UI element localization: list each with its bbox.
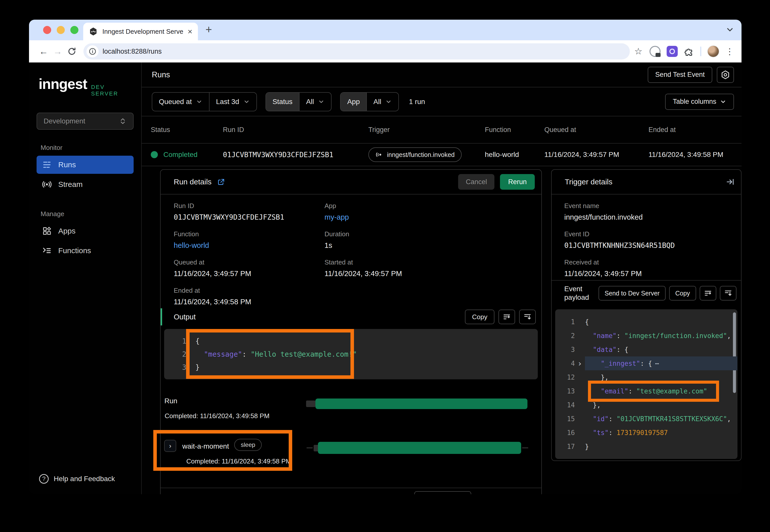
app-filter-dropdown[interactable]: All	[366, 93, 398, 111]
zoom-window-button[interactable]	[70, 26, 78, 34]
sidebar-item-functions[interactable]: Functions	[37, 242, 134, 260]
send-to-dev-server-button[interactable]: Send to Dev Server	[599, 286, 666, 301]
new-tab-button[interactable]: +	[206, 23, 212, 36]
code-line: 14 },	[555, 398, 738, 412]
forward-icon[interactable]: →	[51, 44, 65, 58]
code-line: 3 "data": {	[555, 343, 738, 356]
line-number: 3	[555, 346, 575, 353]
sidebar: inngest DEV SERVER Development Monitor R…	[29, 62, 142, 494]
expand-step-button[interactable]: ›	[164, 440, 176, 452]
site-info-icon[interactable]	[86, 45, 98, 57]
collapse-panel-icon[interactable]	[726, 178, 734, 186]
profile-avatar[interactable]	[707, 45, 719, 57]
step-kind-badge: sleep	[234, 439, 262, 451]
code-line: 1{	[164, 335, 538, 348]
status-filter-value: All	[306, 98, 314, 106]
password-manager-icon[interactable]	[650, 46, 661, 57]
cutoff-footer-button[interactable]	[414, 491, 471, 494]
browser-menu-icon[interactable]: ⋮	[725, 46, 734, 56]
output-code-block[interactable]: 1{2 "message": "Hello test@example.com!"…	[164, 329, 538, 379]
help-and-feedback[interactable]: ? Help and Feedback	[37, 474, 134, 484]
line-number: 1	[555, 318, 575, 326]
browser-tab[interactable]: Inngest Development Server ×	[83, 23, 198, 40]
step-completed-text: Completed: 11/16/2024, 3:49:58 PM	[186, 457, 291, 465]
open-external-icon[interactable]	[217, 178, 225, 186]
sidebar-item-stream[interactable]: Stream	[37, 175, 134, 193]
sidebar-item-apps[interactable]: Apps	[37, 222, 134, 240]
event-payload-label: Event payload	[564, 285, 595, 302]
environment-selector[interactable]: Development	[37, 113, 134, 130]
payload-code-block[interactable]: 1{2 "name": "inngest/function.invoked",3…	[555, 309, 738, 459]
sidebar-item-runs[interactable]: Runs	[37, 156, 134, 174]
card-footer-divider	[160, 488, 541, 488]
minimize-window-button[interactable]	[57, 26, 65, 34]
chevron-down-icon	[385, 98, 392, 105]
sidebar-item-label: Functions	[58, 246, 91, 255]
run-duration-bar[interactable]	[315, 398, 527, 409]
inngest-logo: inngest	[39, 76, 87, 92]
scroll-to-bottom-icon[interactable]	[720, 286, 736, 301]
url-text: localhost:8288/runs	[103, 48, 161, 55]
time-range-dropdown[interactable]: Last 3d	[209, 93, 257, 111]
browser-tab-strip: Inngest Development Server × +	[29, 20, 742, 40]
cancel-button[interactable]: Cancel	[458, 174, 494, 190]
wrap-text-icon[interactable]	[700, 286, 716, 301]
table-row[interactable]: Completed 01JCVBTMV3WXY9D3CFDEJFZSB1 inn…	[142, 143, 742, 166]
trigger-event-pill[interactable]: inngest/function.invoked	[368, 147, 462, 162]
step-pre-line	[307, 447, 313, 448]
line-number: 1	[164, 337, 186, 345]
bookmark-star-icon[interactable]: ☆	[634, 46, 643, 57]
tab-title: Inngest Development Server	[102, 28, 183, 36]
apps-shapes-icon	[42, 226, 52, 236]
extensions-puzzle-icon[interactable]	[684, 46, 694, 57]
copy-output-button[interactable]: Copy	[465, 310, 494, 324]
rerun-button[interactable]: Rerun	[500, 174, 535, 190]
trigger-details-title: Trigger details	[565, 178, 613, 186]
function-link[interactable]: hello-world	[174, 241, 325, 250]
fold-chevron-icon[interactable]: ›	[578, 359, 582, 368]
app-link[interactable]: my-app	[325, 213, 531, 222]
status-filter-dropdown[interactable]: All	[299, 93, 331, 111]
main-content: Runs Send Test Event Queued at Last 3d	[142, 62, 742, 494]
app-filter: App All	[340, 92, 399, 111]
page-title: Runs	[152, 70, 170, 79]
wrap-text-icon[interactable]	[498, 310, 515, 324]
copy-payload-button[interactable]: Copy	[669, 286, 696, 301]
time-field-label: Queued at	[159, 98, 192, 106]
chevron-down-icon	[720, 98, 726, 105]
line-number: 13	[555, 387, 575, 395]
run-timeline: Run Completed: 11/16/2024, 3:49:58 PM › …	[160, 396, 541, 472]
field-started-at: Started at 11/16/2024, 3:49:57 PM	[325, 258, 531, 278]
close-window-button[interactable]	[43, 26, 51, 34]
address-bar[interactable]: localhost:8288/runs	[83, 43, 630, 59]
settings-gear-button[interactable]	[717, 67, 734, 83]
trigger-event-name: inngest/function.invoked	[387, 151, 455, 158]
table-columns-button[interactable]: Table columns	[665, 94, 734, 110]
time-field-dropdown[interactable]: Queued at	[152, 93, 209, 111]
run-details-panel: Run details Cancel Rerun Run ID 01JCVBTM…	[160, 169, 542, 494]
tab-search-chevron-icon[interactable]	[725, 25, 734, 34]
desktop-background: Inngest Development Server × + ← → local…	[0, 0, 770, 532]
trigger-details-panel: Trigger details Event name inngest/funct…	[551, 169, 742, 461]
completed-status-dot	[151, 151, 158, 158]
code-line: 3}	[164, 361, 538, 374]
step-name: wait-a-moment	[182, 442, 229, 450]
code-line: 12 },	[555, 370, 738, 384]
scroll-to-bottom-icon[interactable]	[519, 310, 536, 324]
app-filter-label: App	[341, 93, 366, 111]
sidebar-item-label: Runs	[58, 160, 76, 169]
line-number: 4	[555, 360, 575, 367]
tab-close-icon[interactable]: ×	[187, 27, 192, 36]
column-function: Function	[485, 126, 544, 134]
back-icon[interactable]: ←	[37, 44, 51, 58]
field-event-id: Event ID 01JCVBTMTKNHNHZ3SN64R51BQD	[564, 230, 731, 250]
collapsed-content-icon[interactable]: ⋯	[655, 360, 659, 367]
queued-at-cell: 11/16/2024, 3:49:57 PM	[544, 151, 649, 159]
code-line: 2 "name": "inngest/function.invoked",	[555, 329, 738, 343]
send-test-event-button[interactable]: Send Test Event	[648, 67, 712, 83]
extension-app-icon[interactable]	[667, 46, 678, 57]
sidebar-item-label: Stream	[58, 180, 83, 189]
reload-icon[interactable]	[65, 44, 79, 58]
step-duration-bar[interactable]	[318, 442, 521, 454]
dev-server-badge: DEV SERVER	[91, 84, 134, 97]
